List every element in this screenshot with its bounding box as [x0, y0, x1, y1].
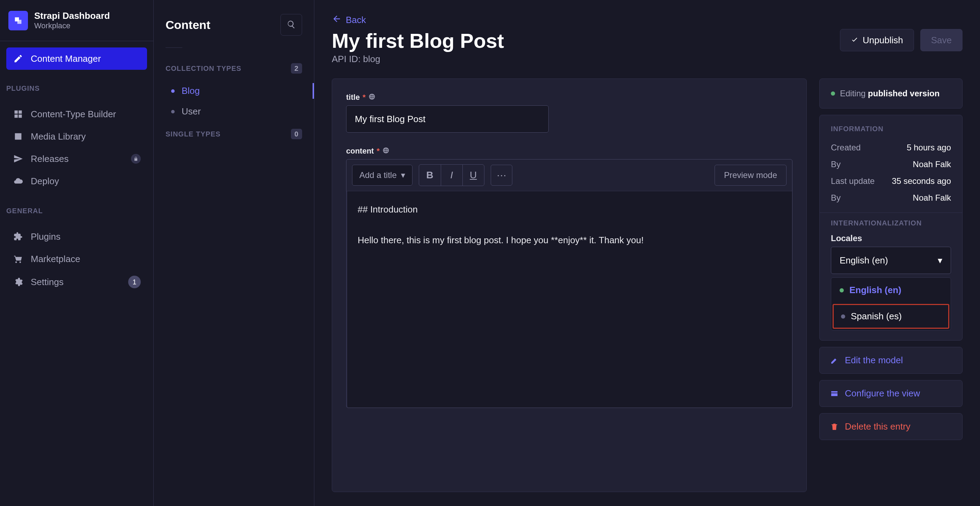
content-field-label: content* [346, 147, 792, 155]
status-prefix: Editing [840, 89, 865, 98]
group-label: SINGLE TYPES [165, 130, 221, 138]
globe-icon [382, 147, 390, 155]
nav-plugins[interactable]: Plugins [6, 225, 147, 248]
nav-settings[interactable]: Settings 1 [6, 270, 147, 294]
info-key: Created [831, 143, 861, 152]
editor-textarea[interactable]: ## Introduction Hello there, this is my … [346, 191, 792, 408]
more-tools-button[interactable]: ⋯ [491, 165, 512, 186]
status-dot-icon [841, 314, 845, 319]
nav-releases[interactable]: Releases [6, 148, 147, 170]
action-label: Configure the view [845, 388, 920, 399]
i18n-heading: INTERNATIONALIZATION [831, 219, 951, 227]
info-key: By [831, 193, 841, 203]
info-key: Last update [831, 176, 875, 186]
nav-content-manager[interactable]: Content Manager [6, 48, 147, 70]
nav-section-general: GENERAL [0, 198, 153, 219]
status-value: published version [868, 89, 940, 98]
nav-label: Plugins [31, 232, 60, 242]
image-icon [13, 131, 24, 142]
pencil-icon [829, 356, 839, 365]
info-card: INFORMATION Created 5 hours ago By Noah … [819, 115, 963, 341]
title-input[interactable] [346, 105, 549, 133]
info-updated-by: By Noah Falk [831, 189, 951, 206]
nav-label: Releases [31, 154, 68, 164]
nav-content-type-builder[interactable]: Content-Type Builder [6, 103, 147, 125]
nav-media-library[interactable]: Media Library [6, 125, 147, 148]
delete-entry-button[interactable]: Delete this entry [819, 413, 963, 440]
lock-icon [131, 154, 141, 164]
configure-view-button[interactable]: Configure the view [819, 380, 963, 407]
divider [165, 48, 182, 48]
globe-icon [369, 93, 375, 102]
locales-label: Locales [831, 233, 951, 243]
svg-rect-1 [18, 19, 22, 24]
collection-count-badge: 2 [291, 63, 302, 74]
nav-deploy[interactable]: Deploy [6, 170, 147, 192]
info-heading: INFORMATION [831, 125, 951, 133]
strapi-logo-icon [8, 11, 28, 30]
nav-label: Marketplace [31, 254, 80, 265]
back-label: Back [346, 15, 366, 25]
locale-option-label: English (en) [850, 285, 901, 295]
format-group: B I U [419, 164, 484, 186]
underline-button[interactable]: U [462, 165, 484, 186]
cart-icon [13, 253, 24, 265]
grid-icon [13, 108, 24, 120]
select-label: Add a title [360, 170, 397, 180]
single-types-header[interactable]: SINGLE TYPES 0 [154, 124, 314, 144]
brand-title: Strapi Dashboard [34, 11, 110, 21]
preview-mode-button[interactable]: Preview mode [714, 165, 786, 186]
sidebar-item-blog[interactable]: Blog [154, 81, 314, 101]
title-field-label: title* [346, 93, 792, 102]
paper-plane-icon [13, 153, 24, 164]
info-value: Noah Falk [913, 193, 951, 203]
sidebar-item-user[interactable]: User [154, 101, 314, 122]
required-asterisk: * [377, 147, 380, 155]
layout-icon [829, 389, 839, 398]
info-value: 35 seconds ago [892, 176, 951, 186]
gear-icon [13, 276, 24, 287]
info-last-update: Last update 35 seconds ago [831, 173, 951, 189]
edit-model-button[interactable]: Edit the model [819, 347, 963, 374]
info-created-by: By Noah Falk [831, 156, 951, 173]
locale-dropdown: English (en) Spanish (es) [831, 278, 951, 330]
editor-toolbar: Add a title ▾ B I U ⋯ [347, 159, 792, 191]
button-label: Preview mode [724, 170, 777, 180]
rich-text-editor: Add a title ▾ B I U ⋯ [346, 159, 792, 408]
trash-icon [829, 423, 839, 431]
locale-option-en[interactable]: English (en) [831, 278, 951, 303]
label-text: title [346, 93, 360, 102]
chevron-down-icon: ▾ [401, 170, 405, 180]
puzzle-icon [13, 231, 24, 242]
info-created: Created 5 hours ago [831, 139, 951, 156]
cloud-icon [13, 176, 24, 187]
bold-button[interactable]: B [419, 165, 441, 186]
locale-option-label: Spanish (es) [851, 311, 902, 322]
info-value: 5 hours ago [907, 143, 951, 152]
unpublish-button[interactable]: Unpublish [840, 29, 914, 51]
chevron-down-icon: ▾ [938, 255, 942, 266]
divider [820, 213, 962, 213]
italic-button[interactable]: I [441, 165, 462, 186]
button-label: Unpublish [863, 35, 903, 46]
sidebar-item-label: User [181, 106, 201, 117]
nav-marketplace[interactable]: Marketplace [6, 248, 147, 270]
nav-label: Deploy [31, 176, 59, 187]
entry-side-panel: Editing published version INFORMATION Cr… [819, 79, 963, 492]
required-asterisk: * [363, 93, 366, 102]
collection-types-header[interactable]: COLLECTION TYPES 2 [154, 58, 314, 79]
locale-option-es[interactable]: Spanish (es) [833, 304, 949, 329]
heading-select[interactable]: Add a title ▾ [352, 165, 412, 186]
locale-select[interactable]: English (en) ▾ [831, 247, 951, 274]
search-button[interactable] [280, 14, 302, 36]
label-text: content [346, 147, 374, 155]
button-label: Save [931, 35, 952, 46]
back-link[interactable]: Back [332, 14, 963, 26]
main-sidebar: Strapi Dashboard Workplace Content Manag… [0, 0, 154, 506]
single-count-badge: 0 [291, 129, 302, 139]
brand-block: Strapi Dashboard Workplace [0, 0, 153, 41]
bullet-icon [171, 110, 175, 113]
action-label: Delete this entry [845, 421, 910, 432]
content-sidebar-title: Content [165, 18, 210, 32]
info-value: Noah Falk [913, 159, 951, 169]
